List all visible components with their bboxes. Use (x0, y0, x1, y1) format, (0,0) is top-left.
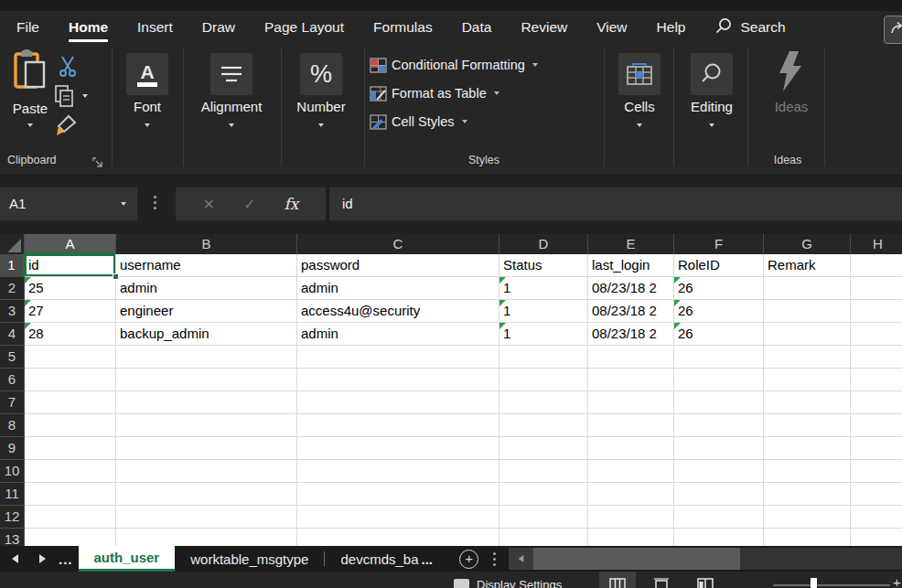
column-header-E[interactable]: E (588, 234, 674, 254)
cell-A11[interactable] (25, 483, 116, 506)
menu-item-file[interactable]: File (16, 11, 39, 44)
cell-E1[interactable]: last_login (588, 254, 674, 277)
enter-icon[interactable]: ✓ (243, 196, 255, 213)
display-settings-button[interactable]: Display Settings (454, 578, 562, 588)
cell-C2[interactable]: admin (297, 277, 499, 300)
cell-B9[interactable] (116, 437, 297, 460)
row-header-5[interactable]: 5 (0, 346, 25, 369)
row-header-6[interactable]: 6 (0, 369, 25, 391)
cell-G11[interactable] (764, 483, 851, 506)
row-header-10[interactable]: 10 (0, 460, 25, 483)
cell-F12[interactable] (674, 506, 764, 529)
formula-bar-drag-handle[interactable] (154, 196, 156, 209)
menu-search[interactable]: Search (714, 11, 785, 44)
cell-A2[interactable]: 25 (25, 277, 116, 300)
cell-B1[interactable]: username (116, 254, 297, 277)
cell-A7[interactable] (25, 391, 116, 414)
column-header-B[interactable]: B (116, 234, 297, 254)
cell-C12[interactable] (297, 506, 499, 529)
cell-A9[interactable] (25, 437, 116, 460)
cell-G9[interactable] (764, 437, 851, 460)
number-group-button[interactable]: % (300, 53, 342, 95)
sheet-tab-worktable_msgtype[interactable]: worktable_msgtype (175, 546, 324, 572)
cell-H13[interactable] (851, 529, 902, 546)
ideas-button[interactable] (774, 49, 807, 93)
column-header-C[interactable]: C (297, 234, 499, 254)
cell-G10[interactable] (764, 460, 851, 483)
cell-D9[interactable] (499, 437, 588, 460)
cell-E13[interactable] (588, 529, 674, 546)
horizontal-scrollbar[interactable] (509, 548, 902, 570)
sheet-tab-devcmds[interactable]: devcmds_ba ... (325, 546, 448, 572)
cell-A1[interactable]: id (25, 254, 116, 277)
clipboard-dialog-launcher[interactable] (92, 155, 103, 166)
cell-B3[interactable]: engineer (116, 300, 297, 323)
cell-F8[interactable] (674, 414, 764, 437)
cell-G12[interactable] (764, 506, 851, 529)
cell-D11[interactable] (499, 483, 588, 506)
row-header-9[interactable]: 9 (0, 437, 25, 460)
cell-C6[interactable] (297, 369, 499, 391)
menu-item-help[interactable]: Help (657, 11, 686, 44)
cell-B7[interactable] (116, 391, 297, 414)
cell-B6[interactable] (116, 369, 297, 391)
cell-E3[interactable]: 08/23/18 2 (588, 300, 674, 323)
cell-D3[interactable]: 1 (499, 300, 588, 323)
cell-D13[interactable] (499, 529, 588, 546)
cell-C7[interactable] (297, 391, 499, 414)
cell-B11[interactable] (116, 483, 297, 506)
cell-G6[interactable] (764, 369, 851, 391)
cell-C9[interactable] (297, 437, 499, 460)
cell-G8[interactable] (764, 414, 851, 437)
cell-H9[interactable] (851, 437, 902, 460)
cell-C5[interactable] (297, 346, 499, 369)
cut-button[interactable] (57, 55, 79, 79)
row-header-1[interactable]: 1 (0, 254, 25, 277)
menu-item-insert[interactable]: Insert (137, 11, 173, 44)
row-header-13[interactable]: 13 (0, 529, 25, 546)
conditional-formatting-button[interactable]: Conditional Formatting (370, 53, 538, 77)
editing-group-button[interactable] (691, 53, 733, 95)
cell-F13[interactable] (674, 529, 764, 546)
cell-D8[interactable] (499, 414, 588, 437)
cell-F1[interactable]: RoleID (674, 254, 764, 277)
menu-item-formulas[interactable]: Formulas (373, 11, 433, 44)
sheet-tab-auth_user[interactable]: auth_user (79, 546, 176, 572)
copy-button[interactable] (53, 84, 88, 108)
cell-C4[interactable]: admin (297, 323, 499, 346)
cell-B5[interactable] (116, 346, 297, 369)
cell-C10[interactable] (297, 460, 499, 483)
scrollbar-left-arrow[interactable] (509, 548, 533, 570)
cell-B10[interactable] (116, 460, 297, 483)
paste-button[interactable]: Paste (7, 49, 53, 145)
scrollbar-thumb[interactable] (533, 548, 740, 570)
cell-F5[interactable] (674, 346, 764, 369)
cell-G5[interactable] (764, 346, 851, 369)
cell-D2[interactable]: 1 (499, 277, 588, 300)
column-header-H[interactable]: H (851, 234, 902, 254)
cell-A12[interactable] (25, 506, 116, 529)
cell-H3[interactable] (851, 300, 902, 323)
cell-H11[interactable] (851, 483, 902, 506)
cell-E5[interactable] (588, 346, 674, 369)
page-layout-view-button[interactable] (643, 572, 680, 588)
cell-B2[interactable]: admin (116, 277, 297, 300)
font-group-button[interactable]: A (126, 53, 168, 95)
menu-item-review[interactable]: Review (521, 11, 567, 44)
cell-A13[interactable] (25, 529, 116, 546)
cell-E11[interactable] (588, 483, 674, 506)
cancel-icon[interactable]: ✕ (203, 196, 215, 213)
new-sheet-button[interactable]: + (459, 550, 478, 569)
cell-styles-button[interactable]: Cell Styles (370, 110, 467, 134)
cell-H1[interactable] (851, 254, 902, 277)
cell-C13[interactable] (297, 529, 499, 546)
cell-H2[interactable] (851, 277, 902, 300)
zoom-slider-thumb[interactable] (811, 578, 817, 588)
tab-overflow-indicator[interactable]: ... (59, 551, 73, 567)
cell-A10[interactable] (25, 460, 116, 483)
cell-B4[interactable]: backup_admin (116, 323, 297, 346)
scroll-tabs-right-icon[interactable] (39, 554, 46, 563)
cells-group-button[interactable] (618, 53, 660, 95)
cell-E2[interactable]: 08/23/18 2 (588, 277, 674, 300)
row-header-2[interactable]: 2 (0, 277, 25, 300)
